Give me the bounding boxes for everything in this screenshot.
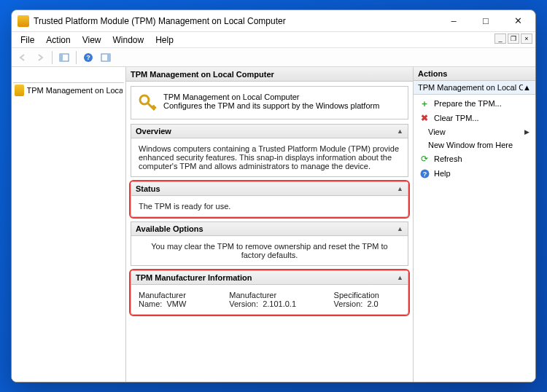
specification-version: Specification Version: 2.0 [334, 291, 400, 308]
status-section: Status▲ The TPM is ready for use. [131, 181, 408, 217]
action-view[interactable]: View ▶ [414, 125, 535, 138]
menu-action[interactable]: Action [40, 34, 76, 47]
close-button[interactable]: ✕ [502, 10, 534, 31]
maximize-button[interactable]: □ [470, 10, 502, 31]
app-icon [18, 15, 29, 27]
action-new-window[interactable]: New Window from Here [414, 138, 535, 152]
collapse-icon: ▲ [397, 128, 403, 135]
titlebar[interactable]: Trusted Platform Module (TPM) Management… [12, 10, 535, 32]
refresh-icon: ⟳ [419, 154, 430, 164]
status-header[interactable]: Status▲ [131, 182, 408, 196]
help-toolbar-button[interactable]: ? [80, 50, 96, 66]
collapse-icon: ▲ [523, 83, 531, 92]
available-options-header[interactable]: Available Options▲ [131, 222, 408, 236]
menubar: File Action View Window Help _ ❐ × [12, 32, 535, 48]
plus-icon: ＋ [419, 98, 430, 109]
mdi-minimize-button[interactable]: _ [494, 34, 506, 44]
available-options-section: Available Options▲ You may clear the TPM… [131, 222, 408, 266]
result-header: TPM Management on Local Computer [126, 67, 413, 82]
manufacturer-version: Manufacturer Version: 2.101.0.1 [229, 291, 313, 308]
actions-pane: Actions TPM Management on Local Computer… [414, 67, 535, 382]
action-clear-tpm[interactable]: ✖ Clear TPM... [414, 111, 535, 125]
menu-window[interactable]: Window [107, 34, 150, 47]
minimize-button[interactable]: – [438, 10, 470, 31]
menu-file[interactable]: File [15, 34, 40, 47]
tpm-chip-icon [15, 85, 24, 96]
clear-icon: ✖ [419, 113, 430, 123]
intro-panel: TPM Management on Local Computer Configu… [131, 86, 408, 119]
svg-text:?: ? [86, 54, 90, 61]
show-hide-tree-button[interactable] [56, 50, 72, 66]
available-options-text: You may clear the TPM to remove ownershi… [131, 236, 408, 265]
svg-rect-5 [107, 54, 110, 61]
action-prepare-tpm[interactable]: ＋ Prepare the TPM... [414, 96, 535, 111]
action-refresh[interactable]: ⟳ Refresh [414, 152, 535, 166]
collapse-icon: ▲ [397, 274, 403, 281]
intro-title: TPM Management on Local Computer [163, 93, 379, 101]
chevron-right-icon: ▶ [524, 128, 529, 136]
menu-help[interactable]: Help [150, 34, 179, 47]
mmc-window: Trusted Platform Module (TPM) Management… [11, 9, 536, 383]
window-title: Trusted Platform Module (TPM) Management… [34, 16, 438, 26]
manufacturer-section: TPM Manufacturer Information▲ Manufactur… [131, 270, 408, 315]
svg-text:?: ? [422, 170, 427, 178]
toolbar: ? [12, 48, 535, 67]
action-help[interactable]: ? Help [414, 166, 535, 181]
result-pane: TPM Management on Local Computer TPM Man… [126, 67, 414, 382]
intro-subtitle: Configures the TPM and its support by th… [163, 101, 379, 110]
key-icon [137, 93, 158, 113]
svg-rect-1 [60, 54, 63, 61]
collapse-icon: ▲ [397, 225, 403, 232]
help-icon: ? [419, 168, 430, 179]
mdi-close-button[interactable]: × [521, 34, 532, 44]
console-tree[interactable]: TPM Management on Local Comp [12, 67, 126, 382]
overview-text: Windows computers containing a Trusted P… [131, 138, 408, 176]
overview-header[interactable]: Overview▲ [131, 125, 408, 138]
status-text: The TPM is ready for use. [131, 196, 408, 216]
show-hide-action-pane-button[interactable] [98, 50, 114, 66]
tree-root-node[interactable]: TPM Management on Local Comp [13, 83, 124, 98]
overview-section: Overview▲ Windows computers containing a… [131, 124, 408, 177]
back-button[interactable] [15, 50, 31, 66]
manufacturer-header[interactable]: TPM Manufacturer Information▲ [131, 271, 408, 285]
actions-scope[interactable]: TPM Management on Local Computer ▲ [414, 81, 535, 95]
tree-root-label: TPM Management on Local Comp [27, 86, 123, 95]
manufacturer-name: Manufacturer Name: VMW [139, 291, 209, 308]
actions-header: Actions [414, 67, 535, 81]
mdi-restore-button[interactable]: ❐ [508, 34, 519, 44]
collapse-icon: ▲ [397, 185, 403, 192]
forward-button[interactable] [32, 50, 48, 66]
menu-view[interactable]: View [77, 34, 107, 47]
